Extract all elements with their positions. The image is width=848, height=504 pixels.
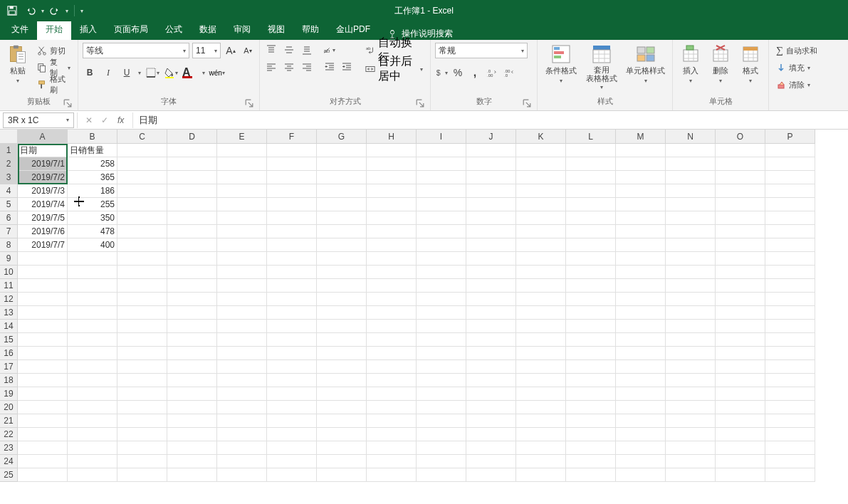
cell[interactable] xyxy=(666,387,716,401)
cell[interactable] xyxy=(367,320,417,333)
increase-indent-button[interactable] xyxy=(340,60,354,74)
column-header[interactable]: M xyxy=(616,130,666,144)
cell[interactable] xyxy=(68,414,117,428)
cell[interactable] xyxy=(616,184,666,198)
fill-color-button[interactable]: ▾ xyxy=(164,67,178,78)
phonetic-button[interactable]: wén▾ xyxy=(209,69,225,77)
cell[interactable] xyxy=(317,455,367,468)
cell[interactable]: 2019/7/7 xyxy=(18,238,68,252)
cell[interactable] xyxy=(167,333,217,347)
cell[interactable] xyxy=(566,374,616,387)
cell[interactable] xyxy=(367,225,417,238)
cell[interactable] xyxy=(716,333,765,347)
cell[interactable] xyxy=(267,279,317,293)
row-header[interactable]: 11 xyxy=(0,279,18,293)
cell[interactable] xyxy=(117,428,167,441)
cell[interactable] xyxy=(267,320,317,333)
cell[interactable] xyxy=(317,144,367,157)
tab-review[interactable]: 审阅 xyxy=(225,21,259,40)
cell[interactable] xyxy=(616,333,666,347)
cell[interactable]: 400 xyxy=(68,238,117,252)
cell[interactable] xyxy=(217,171,267,184)
cell[interactable] xyxy=(167,293,217,306)
cell[interactable] xyxy=(167,441,217,455)
cell[interactable]: 365 xyxy=(68,171,117,184)
alignment-dialog-launcher[interactable] xyxy=(416,99,424,107)
cell[interactable] xyxy=(716,441,765,455)
cell[interactable] xyxy=(765,279,815,293)
cell[interactable] xyxy=(716,387,765,401)
cell[interactable] xyxy=(117,266,167,279)
cell[interactable] xyxy=(466,252,516,266)
cell[interactable] xyxy=(765,184,815,198)
cell[interactable] xyxy=(566,198,616,211)
cell[interactable] xyxy=(765,428,815,441)
cell[interactable] xyxy=(68,374,117,387)
cell[interactable] xyxy=(566,171,616,184)
cell[interactable] xyxy=(117,198,167,211)
column-header[interactable]: O xyxy=(716,130,765,144)
cell[interactable] xyxy=(267,293,317,306)
cell[interactable] xyxy=(765,293,815,306)
cell[interactable] xyxy=(18,347,68,360)
cell[interactable] xyxy=(167,455,217,468)
cell[interactable] xyxy=(466,428,516,441)
cell[interactable] xyxy=(566,428,616,441)
cell[interactable] xyxy=(666,266,716,279)
cell[interactable] xyxy=(267,347,317,360)
cell[interactable] xyxy=(267,468,317,482)
cell[interactable] xyxy=(566,455,616,468)
cell[interactable] xyxy=(317,360,367,374)
cell[interactable] xyxy=(616,374,666,387)
cell[interactable] xyxy=(317,171,367,184)
cell[interactable] xyxy=(765,360,815,374)
row-header[interactable]: 14 xyxy=(0,320,18,333)
tab-pdf[interactable]: 金山PDF xyxy=(328,21,379,40)
cell[interactable] xyxy=(167,374,217,387)
cell[interactable] xyxy=(117,333,167,347)
cell[interactable] xyxy=(18,360,68,374)
cell[interactable] xyxy=(566,387,616,401)
decrease-font-button[interactable]: A▾ xyxy=(241,43,255,58)
cell[interactable] xyxy=(317,279,367,293)
cell[interactable] xyxy=(616,306,666,320)
cell[interactable] xyxy=(267,171,317,184)
cell[interactable] xyxy=(466,387,516,401)
format-cells-button[interactable]: 格式▾ xyxy=(737,43,764,96)
cell[interactable] xyxy=(267,266,317,279)
align-middle-button[interactable] xyxy=(282,43,296,57)
cell[interactable] xyxy=(516,184,566,198)
cell[interactable] xyxy=(765,320,815,333)
row-header[interactable]: 21 xyxy=(0,414,18,428)
cell[interactable] xyxy=(317,468,367,482)
row-header[interactable]: 2 xyxy=(0,157,18,171)
cell[interactable] xyxy=(516,238,566,252)
cell[interactable] xyxy=(516,279,566,293)
cell[interactable] xyxy=(616,266,666,279)
cell[interactable] xyxy=(367,293,417,306)
cell[interactable] xyxy=(317,401,367,414)
cell[interactable] xyxy=(765,387,815,401)
table-format-button[interactable]: 套用 表格格式▾ xyxy=(582,43,620,96)
cell[interactable] xyxy=(68,455,117,468)
cell[interactable] xyxy=(417,144,466,157)
cell[interactable] xyxy=(516,360,566,374)
fx-icon[interactable]: fx xyxy=(113,115,128,125)
row-header[interactable]: 1 xyxy=(0,144,18,157)
cell[interactable] xyxy=(417,441,466,455)
cell[interactable]: 2019/7/4 xyxy=(18,198,68,211)
cell[interactable] xyxy=(117,144,167,157)
cell[interactable] xyxy=(68,279,117,293)
cell[interactable] xyxy=(367,144,417,157)
cell[interactable] xyxy=(267,198,317,211)
cell[interactable] xyxy=(616,414,666,428)
cell[interactable] xyxy=(167,347,217,360)
cell[interactable] xyxy=(466,441,516,455)
cell[interactable]: 日销售量 xyxy=(68,144,117,157)
cell[interactable] xyxy=(516,252,566,266)
cell[interactable] xyxy=(466,320,516,333)
increase-decimal-button[interactable]: .0.00 xyxy=(485,65,499,80)
tab-layout[interactable]: 页面布局 xyxy=(105,21,157,40)
cell[interactable] xyxy=(616,401,666,414)
cell[interactable] xyxy=(516,198,566,211)
